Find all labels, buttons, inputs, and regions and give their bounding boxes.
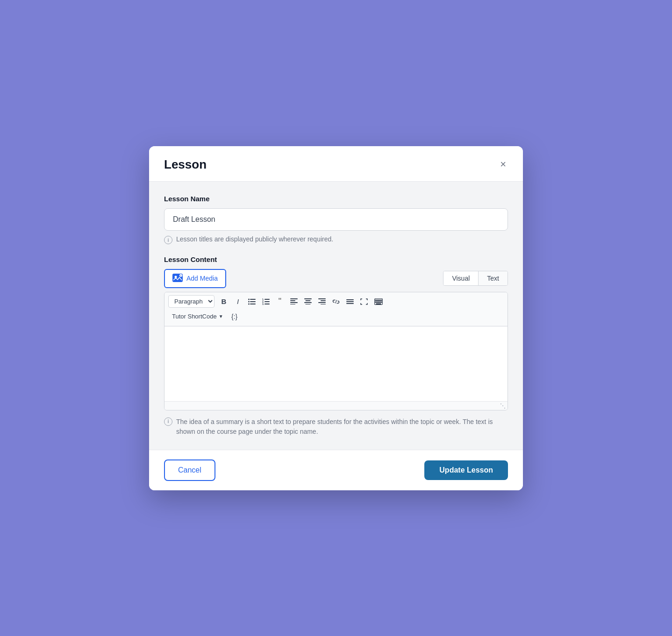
- ordered-list-button[interactable]: 1. 2. 3.: [259, 295, 272, 308]
- svg-rect-30: [346, 303, 354, 304]
- lesson-modal: Lesson × Lesson Name i Lesson titles are…: [149, 146, 523, 490]
- svg-rect-16: [290, 298, 298, 299]
- svg-rect-33: [377, 300, 378, 301]
- align-right-button[interactable]: [315, 295, 329, 308]
- svg-rect-20: [304, 298, 312, 299]
- close-button[interactable]: ×: [498, 157, 508, 171]
- update-lesson-button[interactable]: Update Lesson: [424, 460, 508, 480]
- bold-button[interactable]: B: [217, 295, 230, 308]
- tab-text[interactable]: Text: [478, 271, 508, 285]
- svg-rect-40: [379, 302, 380, 303]
- svg-rect-39: [378, 302, 379, 303]
- horizontal-rule-button[interactable]: [343, 295, 357, 308]
- svg-point-7: [248, 298, 250, 300]
- fullscreen-button[interactable]: [357, 295, 371, 308]
- align-left-button[interactable]: [287, 295, 300, 308]
- svg-rect-29: [346, 301, 354, 302]
- keyboard-button[interactable]: [372, 295, 386, 308]
- svg-rect-12: [265, 304, 270, 304]
- svg-point-9: [248, 303, 250, 304]
- svg-rect-21: [306, 300, 311, 301]
- tutor-shortcode-label: Tutor ShortCode: [172, 313, 217, 320]
- tutor-shortcode-dropdown-icon: ▼: [219, 314, 223, 319]
- editor-resize-handle: ⋱: [164, 401, 508, 410]
- svg-rect-32: [375, 300, 376, 301]
- svg-rect-19: [290, 304, 295, 304]
- svg-rect-42: [376, 304, 381, 304]
- info-icon: i: [164, 236, 172, 244]
- svg-rect-38: [377, 302, 378, 303]
- lesson-content-label: Lesson Content: [164, 255, 508, 263]
- editor-content[interactable]: [164, 326, 508, 401]
- svg-rect-18: [290, 302, 298, 303]
- svg-text:+: +: [180, 274, 182, 277]
- modal-title: Lesson: [164, 157, 207, 172]
- svg-rect-25: [321, 300, 326, 301]
- modal-body: Lesson Name i Lesson titles are displaye…: [149, 182, 523, 450]
- svg-rect-34: [378, 300, 379, 301]
- svg-rect-22: [304, 302, 312, 303]
- view-tabs: Visual Text: [443, 271, 508, 286]
- resize-dots-icon: ⋱: [500, 403, 506, 409]
- svg-rect-28: [346, 299, 354, 300]
- lesson-name-hint-text: Lesson titles are displayed publicly whe…: [176, 235, 333, 243]
- svg-rect-26: [318, 302, 326, 303]
- svg-rect-23: [306, 304, 311, 304]
- svg-rect-41: [381, 302, 382, 303]
- modal-header: Lesson ×: [149, 146, 523, 182]
- add-media-button[interactable]: + Add Media: [164, 269, 226, 288]
- lesson-content-hint-row: i The idea of a summary is a short text …: [164, 417, 508, 437]
- paragraph-select[interactable]: Paragraph Heading 1 Heading 2 Heading 3: [168, 295, 214, 308]
- tab-visual[interactable]: Visual: [443, 271, 478, 285]
- lesson-name-hint-row: i Lesson titles are displayed publicly w…: [164, 235, 508, 244]
- toolbar-row-2: Tutor ShortCode ▼ {:}: [168, 310, 504, 323]
- svg-rect-24: [318, 298, 326, 299]
- svg-rect-27: [321, 304, 326, 304]
- content-info-icon: i: [164, 417, 172, 426]
- lesson-name-input[interactable]: [164, 208, 508, 231]
- add-media-icon: +: [172, 274, 183, 283]
- svg-rect-17: [290, 300, 295, 301]
- svg-rect-37: [375, 302, 376, 303]
- svg-point-8: [248, 301, 250, 302]
- unordered-list-button[interactable]: [245, 295, 258, 308]
- lesson-content-hint-text: The idea of a summary is a short text to…: [176, 417, 508, 437]
- tutor-shortcode-button[interactable]: Tutor ShortCode ▼: [168, 310, 227, 323]
- align-center-button[interactable]: [301, 295, 315, 308]
- editor-toolbar: Paragraph Heading 1 Heading 2 Heading 3 …: [164, 292, 508, 326]
- modal-footer: Cancel Update Lesson: [149, 450, 523, 490]
- svg-rect-36: [381, 300, 382, 301]
- svg-rect-4: [250, 299, 256, 300]
- svg-rect-35: [379, 300, 380, 301]
- toolbar-row-1: Paragraph Heading 1 Heading 2 Heading 3 …: [168, 295, 504, 308]
- svg-rect-5: [250, 301, 256, 302]
- add-media-label: Add Media: [186, 275, 218, 282]
- blockquote-button[interactable]: ": [273, 295, 286, 308]
- cancel-button[interactable]: Cancel: [164, 459, 215, 481]
- svg-text:3.: 3.: [262, 303, 265, 305]
- svg-rect-6: [250, 304, 256, 304]
- svg-rect-10: [265, 299, 270, 300]
- editor-wrapper: Paragraph Heading 1 Heading 2 Heading 3 …: [164, 292, 508, 410]
- italic-button[interactable]: I: [231, 295, 244, 308]
- editor-toolbar-top: + Add Media Visual Text: [164, 269, 508, 288]
- lesson-name-label: Lesson Name: [164, 195, 508, 203]
- shortcode-icon-button[interactable]: {:}: [228, 310, 241, 323]
- svg-rect-11: [265, 301, 270, 302]
- link-button[interactable]: [329, 295, 343, 308]
